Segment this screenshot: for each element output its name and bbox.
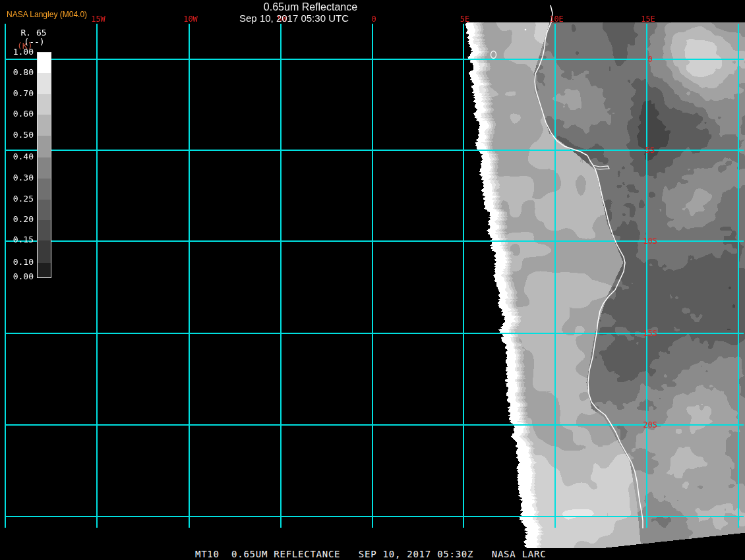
latitude-label: 15S (643, 329, 657, 338)
colorbar-segment (38, 94, 51, 115)
coastline-path (535, 5, 643, 528)
colorbar-tick-label: 0.80 (8, 67, 34, 77)
colorbar-tick-label: 0.40 (8, 152, 34, 161)
latitude-label: 20S (643, 420, 657, 430)
image-subtitle: Sep 10, 2017 05:30 UTC (239, 13, 349, 24)
colorbar-tick-label: 0.15 (8, 235, 34, 244)
colorbar-tick-label: 0.10 (8, 257, 34, 267)
image-title: 0.65um Reflectance (264, 1, 357, 13)
colorbar-tick-label: 0.00 (8, 271, 34, 281)
colorbar-segment (38, 136, 51, 157)
colorbar-segment (38, 240, 51, 263)
colorbar-tick-label: 0.70 (8, 88, 34, 98)
colorbar-segment (38, 220, 51, 240)
longitude-label: 15E (641, 14, 655, 24)
latitude-label: 10S (643, 237, 657, 246)
satellite-product-view: NASA Langley (M04.0) 0.65um Reflectance … (0, 0, 745, 560)
longitude-label: 5E (460, 14, 469, 24)
map-overlay-svg (0, 0, 745, 560)
islet-dot (525, 29, 527, 31)
colorbar-tick-label: 0.30 (8, 173, 34, 182)
colorbar-segment (38, 53, 51, 73)
latitude-label: 0 (647, 55, 652, 64)
latlon-gridlines (5, 24, 744, 528)
colorbar-tick-label: 0.20 (8, 214, 34, 224)
coastline-group (491, 5, 643, 528)
colorbar-bar (37, 52, 51, 278)
river-mouth-path (593, 165, 609, 169)
longitude-label: 10W (183, 14, 198, 24)
island-outline (491, 51, 496, 59)
longitude-label: 15W (91, 14, 105, 24)
longitude-label: 0 (371, 14, 376, 24)
colorbar-segment (38, 73, 51, 94)
colorbar-segment (38, 115, 51, 136)
colorbar-tick-label: 0.50 (8, 130, 34, 140)
colorbar-segment (38, 263, 51, 277)
colorbar-segment (38, 200, 51, 220)
colorbar-segment (38, 157, 51, 179)
colorbar-tick-label: 1.00 (8, 47, 34, 57)
colorbar-range-label: (--) (24, 37, 44, 47)
colorbar-tick-label: 0.25 (8, 194, 34, 204)
longitude-label: 10E (549, 14, 564, 24)
agency-label: NASA Langley (M04.0) (7, 10, 87, 19)
colorbar-tick-label: 0.60 (8, 109, 34, 119)
colorbar-segment (38, 179, 51, 200)
footer-status-text: MT10 0.65UM REFLECTANCE SEP 10, 2017 05:… (195, 549, 546, 559)
latitude-label: 5S (645, 146, 655, 155)
footer-bar: MT10 0.65UM REFLECTANCE SEP 10, 2017 05:… (0, 548, 745, 560)
colorbar-title: R. 65 (20, 28, 46, 38)
